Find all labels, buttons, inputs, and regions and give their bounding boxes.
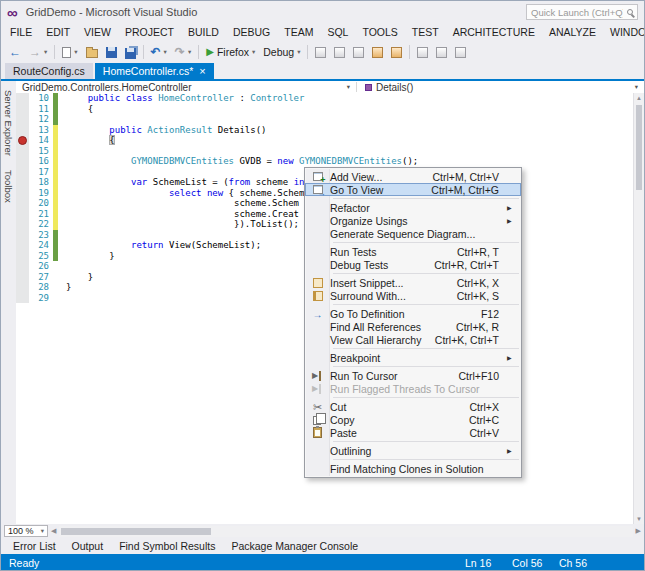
glyph-margin[interactable]	[16, 230, 29, 241]
navigate-forward-button[interactable]: →▾	[25, 42, 51, 62]
glyph-margin[interactable]	[16, 156, 29, 167]
scroll-left-icon[interactable]: ◀	[51, 527, 56, 535]
uncomment-selection-button[interactable]	[349, 42, 368, 62]
glyph-margin[interactable]	[16, 209, 29, 220]
glyph-margin[interactable]	[16, 177, 29, 188]
scrollbar-thumb[interactable]	[636, 105, 642, 190]
code-text[interactable]: public ActionResult Details()	[58, 125, 267, 136]
code-text[interactable]: }).ToList();	[58, 219, 299, 230]
find-in-files-button[interactable]	[311, 42, 330, 62]
context-menu-item-debug-tests[interactable]: Debug TestsCtrl+R, Ctrl+T	[305, 258, 521, 271]
code-text[interactable]: }	[58, 282, 71, 293]
breadcrumb-type-dropdown[interactable]: GridDemo.Controllers.HomeController ▾	[16, 82, 356, 93]
open-file-button[interactable]	[82, 42, 102, 62]
code-text[interactable]	[58, 146, 66, 157]
context-menu-item-add-view[interactable]: Add View...Ctrl+M, Ctrl+V	[305, 170, 521, 183]
context-menu-item-insert-snippet[interactable]: Insert Snippet...Ctrl+K, X	[305, 276, 521, 289]
redo-button[interactable]: ↷▾	[171, 42, 195, 62]
solution-configuration-dropdown[interactable]: Debug ▾	[259, 42, 304, 62]
glyph-margin[interactable]	[16, 188, 29, 199]
code-text[interactable]: return View(SchemeList);	[58, 240, 261, 251]
scroll-up-icon[interactable]: ▲	[634, 93, 644, 103]
toolbox-button[interactable]	[451, 42, 470, 62]
solution-explorer-button[interactable]	[413, 42, 432, 62]
context-menu-item-organize-usings[interactable]: Organize Usings▶	[305, 214, 521, 227]
code-text[interactable]: scheme.Schem	[58, 198, 299, 209]
glyph-margin[interactable]	[16, 261, 29, 272]
menu-item-build[interactable]: BUILD	[181, 23, 226, 41]
context-menu-item-run-to-cursor[interactable]: Run To CursorCtrl+F10	[305, 369, 521, 382]
code-text[interactable]: {	[58, 135, 115, 146]
context-menu-item-run-tests[interactable]: Run TestsCtrl+R, T	[305, 245, 521, 258]
code-text[interactable]	[58, 261, 66, 272]
code-text[interactable]	[58, 293, 66, 304]
menu-item-view[interactable]: VIEW	[77, 23, 118, 41]
navigate-backward-button[interactable]: ←	[5, 42, 25, 62]
code-text[interactable]: select new { scheme.Schem	[58, 188, 304, 199]
context-menu-item-breakpoint[interactable]: Breakpoint▶	[305, 351, 521, 364]
glyph-margin[interactable]	[16, 272, 29, 283]
menu-item-architecture[interactable]: ARCHITECTURE	[446, 23, 542, 41]
glyph-margin[interactable]	[16, 240, 29, 251]
menu-item-debug[interactable]: DEBUG	[226, 23, 277, 41]
panel-tab-output[interactable]: Output	[64, 540, 112, 552]
context-menu-item-paste[interactable]: PasteCtrl+V	[305, 426, 521, 439]
menu-item-project[interactable]: PROJECT	[118, 23, 181, 41]
properties-window-button[interactable]	[432, 42, 451, 62]
glyph-margin[interactable]	[16, 167, 29, 178]
scrollbar-thumb[interactable]	[61, 528, 211, 535]
decrease-indent-button[interactable]	[368, 42, 387, 62]
context-menu-item-view-call-hierarchy[interactable]: View Call HierarchyCtrl+K, Ctrl+T	[305, 333, 521, 346]
quick-launch-input[interactable]: Quick Launch (Ctrl+Q)	[526, 4, 638, 20]
code-text[interactable]: }	[58, 251, 115, 262]
menu-item-edit[interactable]: EDIT	[39, 23, 77, 41]
zoom-control[interactable]: 100 % ▾	[4, 525, 48, 537]
context-menu-item-go-to-definition[interactable]: Go To DefinitionF12	[305, 307, 521, 320]
vertical-scrollbar[interactable]: ▲ ▼	[633, 93, 644, 524]
menu-item-analyze[interactable]: ANALYZE	[542, 23, 603, 41]
menu-item-team[interactable]: TEAM	[277, 23, 320, 41]
context-menu-item-find-all-references[interactable]: Find All ReferencesCtrl+K, R	[305, 320, 521, 333]
save-all-button[interactable]	[121, 42, 140, 62]
new-project-button[interactable]: ▾	[58, 42, 81, 62]
menu-item-tools[interactable]: TOOLS	[355, 23, 404, 41]
side-tab-server-explorer[interactable]: Server Explorer	[3, 85, 14, 161]
context-menu-item-outlining[interactable]: Outlining▶	[305, 444, 521, 457]
menu-item-test[interactable]: TEST	[405, 23, 446, 41]
code-text[interactable]: GYMONEDBMVCEntities GVDB = new GYMONEDBM…	[58, 156, 418, 167]
scroll-down-icon[interactable]: ▼	[634, 514, 644, 524]
glyph-margin[interactable]	[16, 146, 29, 157]
side-tab-toolbox[interactable]: Toolbox	[3, 165, 14, 208]
comment-selection-button[interactable]	[330, 42, 349, 62]
document-tab-homecontroller-cs[interactable]: HomeController.cs*×	[95, 63, 214, 79]
context-menu-item-refactor[interactable]: Refactor▶	[305, 201, 521, 214]
code-text[interactable]	[58, 230, 66, 241]
menu-item-window[interactable]: WINDOW	[603, 23, 645, 41]
undo-button[interactable]: ↶▾	[147, 42, 171, 62]
code-text[interactable]	[58, 114, 66, 125]
document-tab-routeconfig-cs[interactable]: RouteConfig.cs	[5, 63, 93, 79]
glyph-margin[interactable]	[16, 282, 29, 293]
glyph-margin[interactable]	[16, 125, 29, 136]
panel-tab-find-symbol-results[interactable]: Find Symbol Results	[111, 540, 223, 552]
context-menu-item-find-matching-clones-in-solution[interactable]: Find Matching Clones in Solution	[305, 462, 521, 475]
glyph-margin[interactable]	[16, 114, 29, 125]
context-menu-item-copy[interactable]: CopyCtrl+C	[305, 413, 521, 426]
glyph-margin[interactable]	[16, 219, 29, 230]
glyph-margin[interactable]	[16, 251, 29, 262]
code-text[interactable]	[58, 167, 66, 178]
glyph-margin[interactable]	[16, 104, 29, 115]
breakpoint-indicator[interactable]	[18, 136, 27, 145]
save-button[interactable]	[102, 42, 121, 62]
context-menu-item-generate-sequence-diagram[interactable]: Generate Sequence Diagram...	[305, 227, 521, 240]
panel-tab-package-manager-console[interactable]: Package Manager Console	[223, 540, 366, 552]
glyph-margin[interactable]	[16, 93, 29, 104]
increase-indent-button[interactable]	[387, 42, 406, 62]
code-text[interactable]: scheme.Creat	[58, 209, 299, 220]
context-menu-item-cut[interactable]: CutCtrl+X	[305, 400, 521, 413]
menu-item-file[interactable]: FILE	[3, 23, 39, 41]
context-menu-item-surround-with[interactable]: Surround With...Ctrl+K, S	[305, 289, 521, 302]
menu-item-sql[interactable]: SQL	[320, 23, 355, 41]
code-text[interactable]: }	[58, 272, 93, 283]
start-debugging-button[interactable]: ▶ Firefox ▾	[202, 42, 259, 62]
